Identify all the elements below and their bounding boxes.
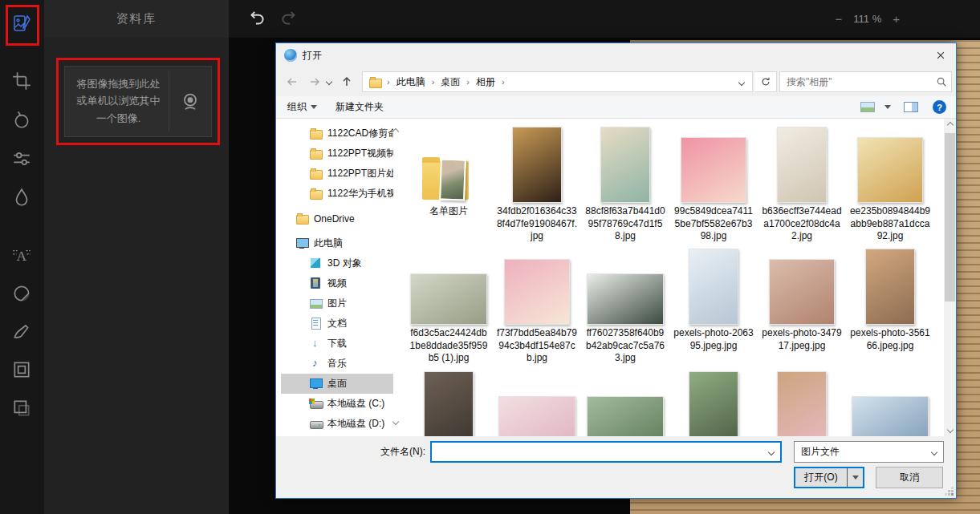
tree-item[interactable]: 下载 — [281, 334, 393, 354]
refresh-button[interactable] — [754, 71, 777, 92]
file-item[interactable]: f6d3c5ac24424db1be8ddade35f959b5 (1).jpg — [405, 247, 493, 370]
tree-item[interactable]: 1122华为手机视 — [281, 184, 393, 204]
file-item[interactable]: pexels-photo-206395.jpeg.jpg — [669, 247, 758, 370]
effects-flask-icon[interactable] — [11, 109, 33, 131]
file-item[interactable]: ff76027358f640b9b42ab9cac7c5a763.jpg — [581, 247, 669, 370]
tree-item-label: 视频 — [327, 277, 347, 290]
tree-item-label: 1122PPT视频制 — [327, 147, 393, 160]
frame-icon[interactable] — [11, 359, 33, 381]
breadcrumb-album[interactable]: 相册 — [471, 75, 500, 89]
filename-label: 文件名(N): — [356, 445, 425, 459]
tree-scroll-down[interactable] — [393, 415, 398, 427]
breadcrumb-desktop[interactable]: 桌面 — [436, 75, 465, 89]
help-button[interactable]: ? — [928, 96, 951, 118]
scrollbar[interactable] — [944, 119, 956, 436]
tree-scroll-up[interactable] — [393, 125, 398, 136]
droplet-icon[interactable] — [11, 187, 33, 208]
file-item[interactable] — [669, 370, 758, 436]
filename-input[interactable] — [432, 443, 762, 461]
browse-button[interactable] — [169, 67, 211, 136]
forward-button[interactable] — [305, 72, 324, 91]
tree-item[interactable]: 3D 对象 — [281, 253, 393, 273]
scroll-down-button[interactable] — [944, 423, 956, 436]
up-icon — [340, 75, 353, 88]
close-button[interactable] — [932, 47, 950, 63]
cancel-button[interactable]: 取消 — [876, 467, 943, 488]
file-item[interactable]: f73f7bdd5ea84b7994c3b4df154e87cb.jpg — [493, 247, 581, 370]
file-thumbnail — [848, 247, 932, 325]
dialog-title-bar[interactable]: 打开 — [276, 43, 956, 67]
file-thumbnail — [760, 370, 844, 436]
zoom-in-button[interactable]: + — [893, 12, 900, 26]
file-item[interactable]: pexels-photo-347917.jpeg.jpg — [758, 247, 846, 370]
scrollbar-thumb[interactable] — [945, 133, 955, 302]
file-thumbnail — [407, 247, 490, 325]
tree-item[interactable]: 此电脑 — [281, 233, 393, 253]
breadcrumb-this-pc[interactable]: 此电脑 — [392, 75, 430, 89]
tree-item-label: 下载 — [327, 337, 347, 350]
text-tool-icon[interactable]: A — [11, 245, 33, 266]
drive-icon — [310, 418, 323, 430]
tree-item[interactable]: OneDrive — [281, 208, 393, 229]
organize-button[interactable]: 组织 — [283, 96, 322, 118]
tree-item[interactable]: 1122PPT视频制 — [281, 144, 393, 164]
tree-item-label: 1122PPT图片处 — [327, 167, 393, 180]
tree-item-label: 音乐 — [327, 357, 347, 370]
tree-item[interactable]: 图片 — [281, 293, 393, 314]
address-bar[interactable]: › 此电脑 › 桌面 › 相册 › — [362, 71, 753, 92]
filetype-select[interactable]: 图片文件 — [794, 441, 944, 463]
redo-button[interactable] — [279, 8, 299, 29]
tree-item[interactable]: 本地磁盘 (D:) — [281, 414, 393, 434]
search-input[interactable] — [780, 76, 932, 87]
file-item[interactable]: pexels-photo-356166.jpeg.jpg — [846, 247, 934, 370]
search-box[interactable] — [779, 71, 952, 92]
resize-grip[interactable] — [951, 493, 954, 496]
new-folder-button[interactable]: 新建文件夹 — [331, 96, 388, 118]
image-thumbnail — [769, 259, 835, 325]
folder-item[interactable]: 名单图片 — [405, 125, 493, 247]
address-dropdown[interactable] — [734, 76, 749, 87]
sticker-icon[interactable] — [11, 283, 33, 305]
app-logo-icon — [284, 49, 297, 62]
view-options-dropdown[interactable] — [880, 96, 896, 118]
breadcrumb-separator: › — [500, 77, 506, 87]
file-item[interactable] — [581, 370, 669, 436]
adjust-sliders-icon[interactable] — [11, 148, 33, 170]
open-button[interactable]: 打开(O) — [794, 467, 864, 488]
up-button[interactable] — [337, 72, 356, 91]
file-item[interactable]: 88cf8f63a7b441d095f78769c47d1f58.jpg — [581, 125, 669, 247]
file-item[interactable]: b636ecff3e744eada1700ce2f08dc4a2.jpg — [758, 125, 846, 247]
open-split-dropdown[interactable] — [847, 468, 863, 487]
undo-button[interactable] — [246, 8, 267, 29]
zoom-out-button[interactable]: − — [836, 12, 843, 26]
file-item[interactable] — [493, 370, 581, 436]
back-button[interactable] — [283, 72, 302, 91]
draw-brush-icon[interactable] — [11, 321, 33, 342]
file-item[interactable] — [405, 370, 493, 436]
file-item[interactable]: 34fdb2f016364c338f4d7fe91908467f.jpg — [493, 125, 581, 247]
file-item[interactable] — [846, 370, 934, 436]
crop-icon[interactable] — [11, 71, 33, 92]
tree-item[interactable]: 1122PPT图片处 — [281, 164, 393, 184]
file-item[interactable] — [758, 370, 846, 436]
file-item[interactable]: ee235b0894844b9abb9eb887a1dcca92.jpg — [846, 125, 934, 247]
chevron-down-icon — [326, 79, 332, 85]
overlay-icon[interactable] — [11, 398, 33, 419]
image-dropzone[interactable]: 将图像拖拽到此处或单机以浏览其中一个图像. — [64, 66, 212, 137]
tree-item[interactable]: 视频 — [281, 273, 393, 293]
thumbnail-view-button[interactable] — [856, 96, 880, 118]
chevron-up-icon — [392, 128, 399, 135]
scroll-up-button[interactable] — [944, 119, 956, 132]
filename-dropdown[interactable] — [762, 450, 780, 455]
image-thumbnail — [689, 371, 738, 436]
tree-item[interactable]: 桌面 — [281, 374, 393, 394]
tree-item[interactable]: 文档 — [281, 314, 393, 334]
file-item[interactable]: 99c5849dcea74115be7bf5582e67b398.jpg — [669, 125, 758, 247]
file-name: f73f7bdd5ea84b7994c3b4df154e87cb.jpg — [496, 327, 578, 365]
breadcrumb-separator: › — [385, 77, 392, 87]
tree-item[interactable]: 1122CAD修剪命 — [281, 123, 393, 144]
tree-item[interactable]: 音乐 — [281, 354, 393, 374]
history-dropdown[interactable] — [324, 72, 334, 91]
preview-pane-button[interactable] — [899, 96, 923, 118]
tree-item[interactable]: 本地磁盘 (C:) — [281, 394, 393, 414]
